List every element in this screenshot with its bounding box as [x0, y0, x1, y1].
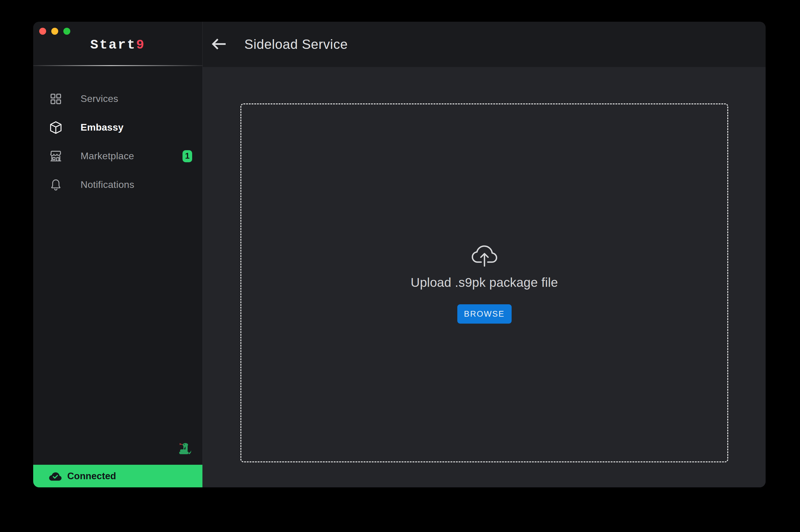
storefront-icon: [49, 149, 63, 163]
logo-accent-text: 9: [136, 37, 145, 53]
marketplace-count-badge: 1: [183, 150, 192, 162]
sidebar-item-marketplace[interactable]: Marketplace 1: [33, 142, 203, 170]
page-header: Sideload Service: [203, 22, 766, 67]
back-button[interactable]: [209, 35, 229, 54]
snake-icon: [177, 441, 192, 455]
bell-icon: [49, 178, 63, 192]
sidebar-menu: Services Embassy: [33, 84, 203, 199]
sidebar-item-label: Notifications: [80, 179, 134, 190]
cloud-check-icon: [47, 471, 62, 481]
sidebar-item-label: Embassy: [80, 122, 124, 133]
sidebar-divider: [33, 65, 203, 66]
sidebar-item-notifications[interactable]: Notifications: [33, 170, 203, 199]
sidebar-item-label: Services: [80, 93, 118, 104]
minimize-window-button[interactable]: [51, 28, 58, 35]
window-controls: [39, 28, 70, 35]
app-window: Start9 Services: [33, 22, 766, 487]
connection-status-label: Connected: [67, 471, 116, 482]
cloud-upload-icon: [470, 242, 499, 267]
sidebar-item-label: Marketplace: [80, 151, 134, 162]
close-window-button[interactable]: [39, 28, 46, 35]
page-title: Sideload Service: [244, 37, 348, 52]
arrow-left-icon: [211, 38, 227, 51]
logo-text: Start: [90, 37, 136, 53]
upload-dropzone[interactable]: Upload .s9pk package file BROWSE: [241, 103, 728, 462]
app-logo: Start9: [33, 37, 203, 53]
page-content: Upload .s9pk package file BROWSE: [203, 67, 766, 487]
sidebar: Start9 Services: [33, 22, 203, 487]
grid-icon: [49, 92, 63, 106]
screen: Start9 Services: [0, 0, 800, 532]
sidebar-item-embassy[interactable]: Embassy: [33, 113, 203, 142]
cube-icon: [49, 121, 63, 134]
browse-button[interactable]: BROWSE: [457, 304, 512, 324]
connection-status-bar: Connected: [33, 465, 203, 487]
sidebar-item-services[interactable]: Services: [33, 84, 203, 113]
dropzone-label: Upload .s9pk package file: [411, 276, 558, 290]
zoom-window-button[interactable]: [63, 28, 70, 35]
main-area: Sideload Service Upload .s9pk package fi…: [203, 22, 766, 487]
